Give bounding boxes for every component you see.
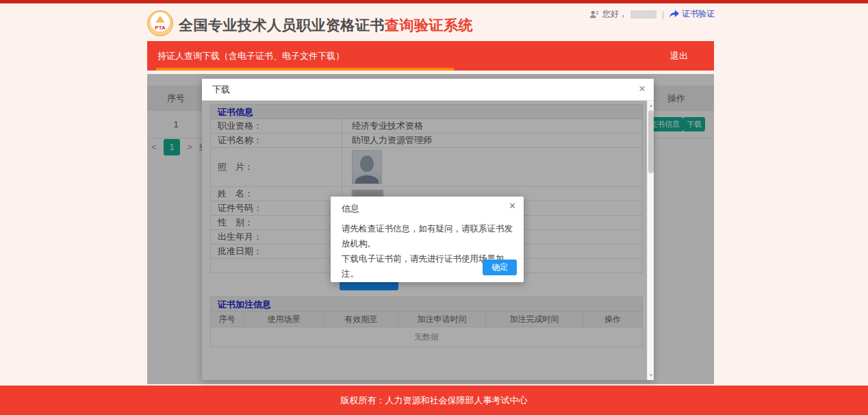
info-message-line1: 请先检查证书信息，如有疑问，请联系证书发放机构。 [342, 221, 515, 251]
logo-mountain-shape [155, 16, 165, 23]
info-dialog-close-icon[interactable]: × [509, 200, 515, 212]
page-footer: 版权所有：人力资源和社会保障部人事考试中心 [0, 386, 868, 415]
confirm-button[interactable]: 确定 [483, 260, 517, 275]
download-modal: 下载 × 证书信息 职业资格： 经济专业技术资格 证书名称： 助理人力资源管理师… [202, 79, 654, 380]
system-title-main: 全国专业技术人员职业资格证书 [179, 17, 385, 33]
modal-scrollbar[interactable]: ▲ ▼ [647, 101, 654, 380]
download-modal-close-icon[interactable]: × [639, 79, 646, 99]
download-modal-titlebar: 下载 × [202, 79, 654, 101]
greeting-text: 您好， [602, 8, 627, 20]
logo-text: PTA [155, 25, 165, 31]
info-dialog-title: 信息 [342, 203, 359, 215]
logout-button[interactable]: 退出 [670, 41, 688, 71]
scrollbar-up-icon[interactable]: ▲ [648, 102, 654, 109]
username-redacted [630, 10, 656, 18]
active-tab-underline [156, 68, 454, 71]
main-nav: 持证人查询下载（含电子证书、电子文件下载） 退出 [147, 41, 714, 71]
scrollbar-thumb[interactable] [648, 110, 654, 173]
top-accent-bar [0, 0, 868, 3]
download-modal-body: 证书信息 职业资格： 经济专业技术资格 证书名称： 助理人力资源管理师 照 片： [202, 101, 654, 380]
user-icon [589, 10, 599, 19]
share-arrow-icon [669, 10, 679, 18]
cert-verify-link[interactable]: 证书验证 [669, 8, 715, 20]
scrollbar-down-icon[interactable]: ▼ [648, 372, 654, 379]
copyright-text: 版权所有：人力资源和社会保障部人事考试中心 [341, 394, 528, 407]
download-modal-title: 下载 [212, 79, 230, 101]
info-dialog: 信息 × 请先检查证书信息，如有疑问，请联系证书发放机构。 下载电子证书前，请先… [331, 197, 524, 282]
user-area: 您好， | 证书验证 [589, 8, 715, 20]
cert-verify-label: 证书验证 [682, 8, 715, 20]
system-title-accent: 查询验证系统 [385, 17, 473, 33]
system-title: 全国专业技术人员职业资格证书查询验证系统 [179, 16, 473, 35]
tab-holder-query-download[interactable]: 持证人查询下载（含电子证书、电子文件下载） [156, 41, 346, 71]
page-header: PTA 全国专业技术人员职业资格证书查询验证系统 您好， | 证书验证 [147, 5, 716, 41]
pta-logo-icon: PTA [147, 10, 173, 36]
separator: | [662, 10, 664, 19]
